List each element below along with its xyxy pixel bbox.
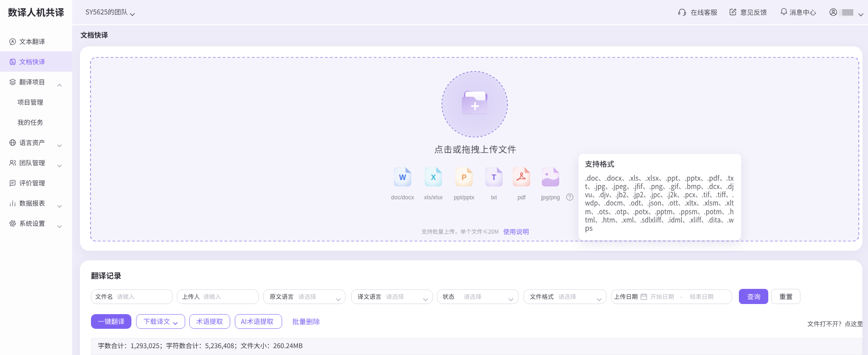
svg-text:P: P [462,174,467,181]
svg-text:?: ? [568,194,571,200]
svg-text:X: X [431,174,436,181]
svg-text:W: W [399,174,406,181]
svg-text:T: T [492,174,496,181]
